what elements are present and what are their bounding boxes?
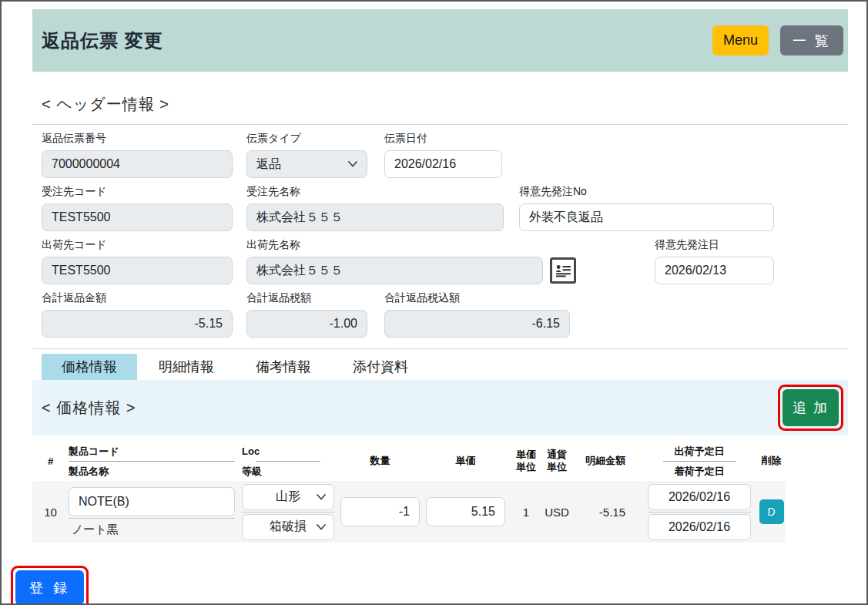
currency-header: 通貨 単位 <box>544 449 570 473</box>
arrival-date-input[interactable] <box>648 514 751 540</box>
footer: 登 録 <box>11 566 866 605</box>
price-section-header: < 価格情報 > 追 加 <box>32 380 848 435</box>
tab-price-info[interactable]: 価格情報 <box>42 354 137 380</box>
slip-date-input[interactable] <box>384 150 502 178</box>
col-dates-header: 出荷予定日 着荷予定日 <box>648 445 751 478</box>
order-from-code-field <box>42 203 233 231</box>
header-divider <box>69 461 235 462</box>
customer-po-no-label: 得意先発注No <box>519 185 774 199</box>
cell-divider <box>242 512 334 513</box>
delete-cell: D <box>757 499 786 524</box>
divider <box>32 124 848 125</box>
total-return-tax-field <box>246 310 367 338</box>
chevron-down-icon <box>317 524 326 530</box>
product-cell: ノート黒 <box>69 487 235 537</box>
slip-date-label: 伝票日付 <box>384 132 502 146</box>
price-unit-value: 1 <box>511 506 541 519</box>
customer-po-date-input[interactable] <box>655 257 774 284</box>
row-number: 10 <box>32 506 69 519</box>
quantity-input[interactable] <box>340 497 420 526</box>
grade-value: 箱破損 <box>270 519 307 535</box>
menu-button[interactable]: Menu <box>712 25 769 55</box>
header-section-title: < ヘッダー情報 > <box>42 94 848 115</box>
ship-to-name-field <box>246 257 543 284</box>
loc-header: Loc <box>242 445 334 458</box>
table-header: # 製品コード 製品名称 Loc 等級 数量 単価 単価 単位 通貨 単位 明細… <box>32 441 848 481</box>
col-product-header: 製品コード 製品名称 <box>69 445 235 478</box>
table-row: 10 ノート黒 山形 箱破損 <box>32 481 786 543</box>
add-button-annotation: 追 加 <box>778 385 843 431</box>
price-section-title: < 価格情報 > <box>42 398 136 418</box>
form-row-3: 出荷先コード 出荷先名称 得意先発注日 <box>32 238 848 284</box>
ship-to-code-field <box>42 257 233 284</box>
divider <box>32 348 848 349</box>
dates-cell <box>648 484 751 540</box>
quantity-cell <box>340 497 420 526</box>
cell-divider <box>648 512 751 513</box>
delete-row-button[interactable]: D <box>759 499 784 524</box>
order-from-name-label: 受注先名称 <box>246 185 504 199</box>
price-unit-header: 単価 単位 <box>511 449 541 473</box>
register-button[interactable]: 登 録 <box>15 570 84 605</box>
loc-cell: 山形 箱破損 <box>242 484 334 540</box>
ship-date-input[interactable] <box>648 484 751 510</box>
loc-select[interactable]: 山形 <box>242 484 334 510</box>
total-return-amount-label: 合計返品金額 <box>42 291 233 305</box>
total-return-tax-label: 合計返品税額 <box>246 291 367 305</box>
arrival-date-header: 着荷予定日 <box>648 465 751 478</box>
unit-price-cell <box>426 497 505 526</box>
total-return-incl-tax-label: 合計返品税込額 <box>384 291 570 305</box>
list-button[interactable]: 一 覧 <box>780 25 843 55</box>
col-loc-header: Loc 等級 <box>242 445 334 478</box>
register-button-annotation: 登 録 <box>11 566 89 605</box>
form-row-totals: 合計返品金額 合計返品税額 合計返品税込額 <box>32 291 848 338</box>
product-name-header: 製品名称 <box>69 465 235 478</box>
delete-header: 削除 <box>757 454 786 468</box>
col-num-header: # <box>32 455 69 467</box>
total-return-incl-tax-field <box>384 310 570 338</box>
ship-to-lookup-button[interactable] <box>550 257 576 284</box>
order-from-name-field <box>246 203 504 231</box>
product-name-text: ノート黒 <box>69 520 235 537</box>
chevron-down-icon <box>317 494 326 500</box>
line-amount-header: 明細金額 <box>576 454 627 468</box>
tab-attachments[interactable]: 添付資料 <box>337 354 424 380</box>
grade-header: 等級 <box>242 465 334 478</box>
cell-divider <box>69 518 235 519</box>
ship-date-header: 出荷予定日 <box>648 445 751 458</box>
slip-type-label: 伝票タイプ <box>246 132 367 146</box>
total-return-amount-field <box>42 310 233 338</box>
quantity-header: 数量 <box>340 454 420 468</box>
order-from-code-label: 受注先コード <box>42 185 233 199</box>
tab-bar: 価格情報 明細情報 備考情報 添付資料 <box>32 354 848 380</box>
add-button[interactable]: 追 加 <box>783 389 839 426</box>
card-list-icon <box>555 264 571 277</box>
customer-po-date-label: 得意先発注日 <box>655 238 774 252</box>
slip-number-label: 返品伝票番号 <box>42 132 233 146</box>
product-code-input[interactable] <box>69 487 235 516</box>
app-window: 返品伝票 変更 Menu 一 覧 < ヘッダー情報 > 返品伝票番号 伝票タイプ… <box>0 0 868 605</box>
slip-number-field <box>42 150 233 178</box>
chevron-down-icon <box>348 161 357 167</box>
slip-type-value: 返品 <box>256 156 281 173</box>
unit-price-header: 単価 <box>426 454 505 468</box>
loc-value: 山形 <box>276 489 300 505</box>
tab-remarks-info[interactable]: 備考情報 <box>240 354 327 380</box>
ship-to-name-label: 出荷先名称 <box>246 238 543 252</box>
customer-po-no-input[interactable] <box>519 203 774 231</box>
line-amount-value: -5.15 <box>576 506 627 519</box>
header-divider <box>663 461 736 462</box>
topbar-buttons: Menu 一 覧 <box>712 25 843 55</box>
page-header: 返品伝票 変更 Menu 一 覧 <box>32 9 848 72</box>
ship-to-code-label: 出荷先コード <box>42 238 233 252</box>
unit-price-input[interactable] <box>426 497 505 526</box>
form-row-1: 返品伝票番号 伝票タイプ 返品 伝票日付 <box>32 132 848 178</box>
grade-select[interactable]: 箱破損 <box>242 514 334 540</box>
product-code-header: 製品コード <box>69 445 235 458</box>
form-row-2: 受注先コード 受注先名称 得意先発注No <box>32 185 848 231</box>
tab-detail-info[interactable]: 明細情報 <box>143 354 230 380</box>
currency-value: USD <box>544 506 570 519</box>
page-title: 返品伝票 変更 <box>42 29 163 53</box>
header-divider <box>256 461 320 462</box>
slip-type-select[interactable]: 返品 <box>246 150 367 178</box>
